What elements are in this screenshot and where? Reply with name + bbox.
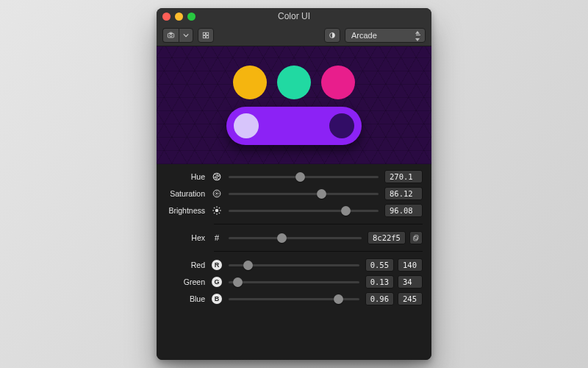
aperture-icon [211,171,223,183]
svg-line-20 [214,213,215,213]
red-label: Red [165,261,205,269]
svg-rect-5 [203,35,205,38]
close-icon[interactable] [162,13,171,21]
window-title: Color UI [157,11,431,21]
snapshot-button[interactable] [162,28,179,43]
grid-view-button[interactable] [198,28,214,43]
swatch-teal[interactable] [277,66,311,99]
hue-slider[interactable] [229,171,379,183]
toolbar: Arcade [157,24,431,46]
row-green: Green G 0.13 34 [165,275,423,289]
token-knob-light [234,113,259,138]
theme-select[interactable]: Arcade [345,28,426,43]
token-knob-dark [329,113,354,138]
snapshot-segmented [162,28,193,43]
zoom-icon[interactable] [187,13,196,21]
svg-rect-21 [415,235,418,239]
select-arrows-icon [415,31,421,41]
svg-line-19 [219,208,220,208]
blue-slider[interactable] [229,293,359,305]
green-fraction[interactable]: 0.13 [365,275,394,289]
brightness-label: Brightness [165,206,205,215]
green-int[interactable]: 34 [398,275,423,289]
contrast-icon [329,32,336,39]
titlebar[interactable]: Color UI [157,8,431,24]
brightness-slider[interactable] [229,205,379,216]
controls-panel: Hue 270.1 Saturation 86.12 Brightness 96… [157,164,431,360]
r-badge-icon: R [211,259,223,271]
hex-slider[interactable] [229,232,362,244]
grid-icon [202,32,209,39]
g-badge-icon: G [211,276,223,288]
copy-hex-button[interactable] [409,231,423,244]
sun-icon [211,205,223,216]
red-int[interactable]: 140 [398,258,423,272]
row-red: Red R 0.55 140 [165,258,423,272]
blue-fraction[interactable]: 0.96 [365,292,394,305]
green-label: Green [165,277,205,286]
saturation-slider[interactable] [229,188,379,199]
toggle-token[interactable] [226,107,362,145]
svg-rect-6 [207,35,209,38]
b-badge-icon: B [211,293,223,305]
green-slider[interactable] [229,276,359,288]
camera-icon [167,31,175,39]
row-saturation: Saturation 86.12 [165,187,423,200]
row-brightness: Brightness 96.08 [165,204,423,217]
swatch-magenta[interactable] [321,66,355,99]
svg-line-18 [219,213,220,213]
contrast-button[interactable] [324,28,340,43]
blue-label: Blue [165,294,205,303]
svg-point-12 [215,209,219,213]
swatch-yellow[interactable] [233,66,267,99]
red-fraction[interactable]: 0.55 [365,258,394,272]
svg-rect-4 [207,32,209,35]
brightness-value[interactable]: 96.08 [384,204,423,217]
saturation-value[interactable]: 86.12 [384,187,423,200]
saturation-label: Saturation [165,189,205,198]
row-hex: Hex # 8c22f5 [165,231,423,244]
hue-value[interactable]: 270.1 [384,170,423,183]
svg-rect-3 [203,32,205,35]
copy-icon [412,234,420,242]
saturation-icon [211,188,223,199]
snapshot-menu-button[interactable] [179,28,193,43]
app-window: Color UI Arcade [157,8,431,360]
hash-icon: # [211,232,223,244]
swatch-row [233,66,355,99]
minimize-icon[interactable] [175,13,183,21]
svg-line-17 [214,208,215,208]
chevron-down-icon [183,32,189,38]
blue-int[interactable]: 245 [398,292,423,305]
hex-label: Hex [165,233,205,242]
preview-panel [157,46,431,164]
separator [214,224,423,224]
theme-select-label: Arcade [351,31,377,40]
hue-label: Hue [165,172,205,181]
separator [214,251,423,252]
red-slider[interactable] [229,259,359,271]
row-hue: Hue 270.1 [165,170,423,183]
svg-point-11 [216,193,218,194]
row-blue: Blue B 0.96 245 [165,292,423,305]
hex-value[interactable]: 8c22f5 [368,231,406,244]
svg-point-2 [170,35,172,37]
svg-rect-22 [413,236,417,241]
